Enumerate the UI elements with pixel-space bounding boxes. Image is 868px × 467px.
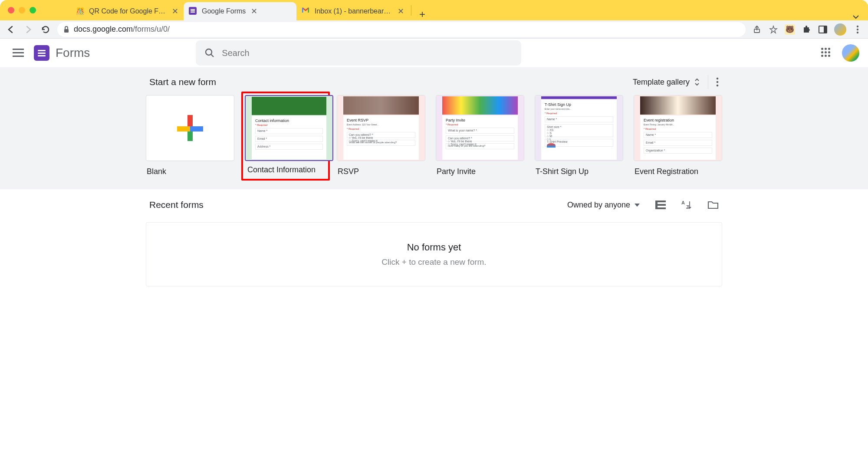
ownership-filter[interactable]: Owned by anyone	[567, 201, 640, 210]
preview-title: Contact information	[255, 118, 323, 123]
forward-button[interactable]	[23, 24, 34, 35]
filter-label: Owned by anyone	[567, 201, 630, 210]
header-actions	[821, 44, 859, 62]
templates-actions: Template gallery	[633, 75, 719, 89]
template-rsvp[interactable]: Event RSVP Event Address: 123 Your Stree…	[337, 95, 425, 177]
reload-button[interactable]	[40, 24, 51, 35]
svg-rect-2	[191, 10, 195, 11]
svg-point-20	[717, 85, 719, 87]
template-party-invite[interactable]: Party Invite * Required What is your nam…	[436, 95, 524, 177]
svg-point-18	[717, 78, 719, 80]
template-label: T-Shirt Sign Up	[535, 167, 623, 176]
search-icon	[204, 48, 215, 58]
tabs-dropdown-icon[interactable]	[852, 13, 859, 20]
maximize-window-button[interactable]	[30, 7, 36, 13]
close-tab-icon[interactable]: ✕	[398, 7, 404, 15]
preview-required: * Required	[255, 124, 323, 126]
svg-text:A: A	[681, 200, 685, 205]
back-button[interactable]	[5, 24, 16, 35]
more-options-button[interactable]	[716, 77, 719, 87]
folder-icon[interactable]	[707, 200, 719, 210]
plus-icon	[177, 115, 203, 141]
svg-rect-3	[191, 12, 195, 13]
empty-title: No forms yet	[165, 242, 703, 253]
svg-point-10	[857, 25, 858, 27]
unfold-icon	[694, 78, 700, 86]
close-window-button[interactable]	[8, 7, 14, 13]
tab-qr-code[interactable]: 🎊 QR Code for Google Form - Pr ✕	[71, 2, 184, 20]
preview-title: Event RSVP	[347, 118, 415, 122]
template-contact-information[interactable]: Contact information * Required Name * Em…	[241, 92, 330, 181]
close-tab-icon[interactable]: ✕	[250, 7, 258, 15]
template-event-registration[interactable]: Event registration Event Timing: January…	[634, 95, 722, 177]
empty-subtitle: Click + to create a new form.	[165, 257, 703, 267]
template-label: Blank	[146, 167, 234, 176]
app-name: Forms	[56, 46, 90, 60]
address-bar[interactable]: docs.google.com/forms/u/0/	[57, 22, 746, 37]
template-tshirt-signup[interactable]: T-Shirt Sign Up Enter your name and size…	[535, 95, 623, 177]
separator	[708, 75, 708, 89]
preview-title: T-Shirt Sign Up	[545, 102, 613, 107]
template-thumb: Event registration Event Timing: January…	[634, 95, 722, 161]
url-toolbar: docs.google.com/forms/u/0/ 🐻	[0, 20, 868, 39]
svg-point-11	[857, 28, 858, 30]
gmail-icon	[302, 7, 310, 16]
close-tab-icon[interactable]: ✕	[172, 7, 178, 15]
recent-section: Recent forms Owned by anyone AZ No forms…	[0, 189, 868, 297]
templates-header: Start a new form Template gallery	[146, 75, 722, 89]
sort-az-icon[interactable]: AZ	[681, 200, 692, 210]
new-tab-button[interactable]: +	[413, 8, 431, 20]
share-icon[interactable]	[752, 24, 762, 35]
gallery-label: Template gallery	[633, 78, 690, 87]
svg-rect-6	[64, 29, 69, 33]
tab-google-forms[interactable]: Google Forms ✕	[184, 2, 296, 20]
recent-header: Recent forms Owned by anyone AZ	[146, 200, 722, 210]
google-apps-icon[interactable]	[821, 48, 832, 58]
confetti-icon: 🎊	[76, 7, 85, 16]
browser-tab-strip: 🎊 QR Code for Google Form - Pr ✕ Google …	[0, 0, 868, 20]
main-menu-button[interactable]	[9, 43, 28, 62]
tab-title: Google Forms	[202, 7, 246, 15]
tab-gmail-inbox[interactable]: Inbox (1) - bannerbeardemo@ ✕	[296, 2, 409, 20]
templates-title: Start a new form	[149, 77, 216, 87]
svg-rect-5	[308, 8, 309, 13]
account-avatar[interactable]	[842, 44, 859, 62]
recent-title: Recent forms	[149, 200, 204, 210]
template-gallery-button[interactable]: Template gallery	[633, 78, 700, 87]
browser-menu-icon[interactable]	[852, 24, 863, 35]
templates-row: Blank Contact information * Required Nam…	[146, 95, 722, 177]
bear-extension-icon[interactable]: 🐻	[785, 24, 795, 35]
template-thumb: Contact information * Required Name * Em…	[245, 95, 333, 161]
url-text: docs.google.com/forms/u/0/	[74, 25, 170, 34]
forms-favicon-icon	[189, 7, 197, 16]
svg-rect-4	[302, 8, 303, 13]
templates-section: Start a new form Template gallery	[0, 67, 868, 189]
svg-rect-24	[655, 201, 658, 209]
extensions-icon[interactable]	[801, 24, 812, 35]
toolbar-actions: 🐻	[752, 23, 863, 36]
template-blank[interactable]: Blank	[146, 95, 234, 177]
search-input[interactable]	[222, 48, 513, 58]
template-thumb: Event RSVP Event Address: 123 Your Stree…	[337, 95, 425, 161]
template-label: RSVP	[337, 167, 425, 176]
forms-logo-icon[interactable]	[34, 45, 49, 61]
minimize-window-button[interactable]	[19, 7, 25, 13]
svg-point-19	[717, 81, 719, 83]
svg-rect-13	[13, 49, 24, 50]
svg-rect-9	[824, 26, 827, 33]
template-label: Contact Information	[245, 165, 326, 177]
window-controls	[8, 7, 36, 13]
app-header: Forms	[0, 39, 868, 67]
svg-rect-15	[13, 56, 24, 57]
tabs-row: 🎊 QR Code for Google Form - Pr ✕ Google …	[71, 0, 868, 20]
dropdown-icon	[635, 203, 640, 207]
search-box[interactable]	[196, 40, 521, 66]
tab-title: Inbox (1) - bannerbeardemo@	[315, 7, 393, 15]
svg-line-17	[211, 54, 214, 57]
svg-rect-14	[13, 52, 24, 53]
sidepanel-icon[interactable]	[818, 24, 828, 35]
lock-icon	[63, 26, 69, 33]
list-view-icon[interactable]	[655, 201, 666, 209]
bookmark-icon[interactable]	[768, 24, 779, 35]
profile-avatar[interactable]	[834, 23, 846, 36]
